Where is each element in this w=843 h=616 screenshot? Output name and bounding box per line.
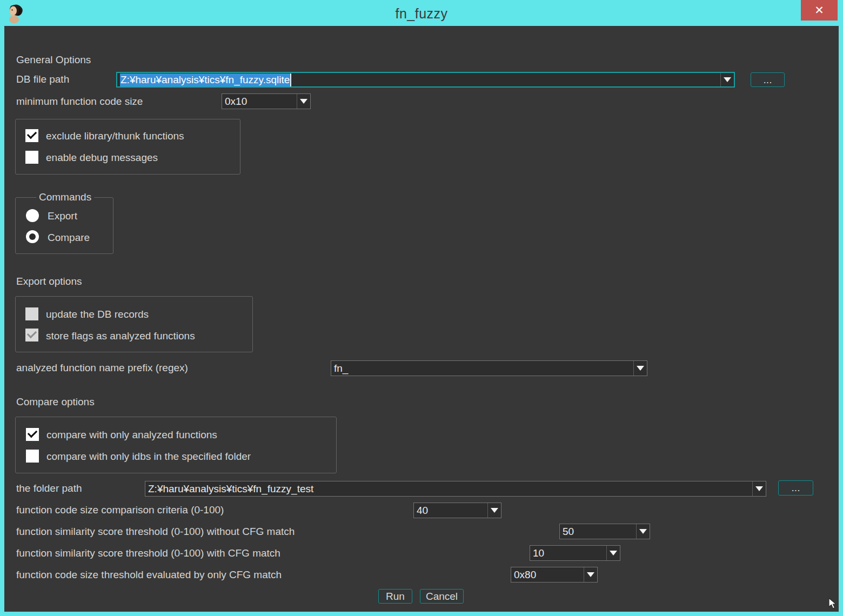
folder-browse-button[interactable]: ... bbox=[778, 480, 813, 496]
db-file-path-combo[interactable]: Z:¥haru¥analysis¥tics¥fn_fuzzy.sqlite bbox=[116, 72, 735, 88]
sim-without-cfg-label: function similarity score threshold (0-1… bbox=[16, 526, 295, 538]
store-flags-label: store flags as analyzed functions bbox=[46, 330, 195, 342]
update-db-checkbox bbox=[25, 307, 38, 320]
prefix-label: analyzed function name prefix (regex) bbox=[16, 362, 188, 374]
sim-without-cfg-combo[interactable]: 50 bbox=[559, 524, 650, 539]
db-file-path-label: DB file path bbox=[16, 73, 69, 85]
run-button[interactable]: Run bbox=[378, 589, 412, 604]
general-options-heading: General Options bbox=[16, 54, 91, 66]
enable-debug-checkbox[interactable] bbox=[25, 151, 38, 164]
only-idbs-label[interactable]: compare with only idbs in the specified … bbox=[46, 451, 251, 463]
close-button[interactable]: ✕ bbox=[801, 0, 838, 21]
db-file-path-value: Z:¥haru¥analysis¥tics¥fn_fuzzy.sqlite bbox=[117, 73, 720, 86]
chevron-down-icon bbox=[637, 366, 644, 371]
commands-group: Commands bbox=[15, 197, 113, 254]
only-analyzed-checkbox[interactable] bbox=[26, 428, 39, 441]
cancel-button[interactable]: Cancel bbox=[420, 589, 464, 604]
sim-with-cfg-combo[interactable]: 10 bbox=[530, 545, 620, 561]
sim-with-cfg-label: function similarity score threshold (0-1… bbox=[16, 547, 280, 559]
export-radio[interactable] bbox=[26, 209, 39, 222]
prefix-combo[interactable]: fn_ bbox=[331, 360, 647, 376]
chevron-down-icon bbox=[639, 529, 647, 534]
min-code-size-value: 0x10 bbox=[222, 94, 297, 109]
chevron-down-icon bbox=[724, 77, 731, 82]
min-code-size-combo[interactable]: 0x10 bbox=[222, 93, 311, 109]
min-code-size-label: minimum function code size bbox=[16, 96, 143, 108]
chevron-down-icon bbox=[587, 572, 594, 577]
prefix-value: fn_ bbox=[331, 361, 633, 376]
db-file-browse-button[interactable]: ... bbox=[751, 72, 785, 87]
folder-path-value: Z:¥haru¥analysis¥tics¥fn_fuzzy_test bbox=[145, 481, 752, 496]
sim-with-cfg-dropdown-button[interactable] bbox=[606, 546, 620, 560]
chevron-down-icon bbox=[491, 508, 498, 513]
db-file-path-dropdown-button[interactable] bbox=[720, 73, 734, 86]
export-options-heading: Export options bbox=[16, 276, 82, 287]
criteria-label: function code size comparison criteria (… bbox=[16, 504, 224, 516]
store-flags-checkbox bbox=[25, 329, 38, 342]
exclude-library-checkbox[interactable] bbox=[25, 129, 38, 142]
min-code-size-dropdown-button[interactable] bbox=[297, 94, 310, 109]
size-cfg-label: function code size threshold evaluated b… bbox=[16, 569, 282, 581]
size-cfg-value: 0x80 bbox=[511, 567, 584, 582]
fn-fuzzy-dialog: General Options DB file path Z:¥haru¥ana… bbox=[4, 26, 839, 612]
compare-options-group bbox=[15, 417, 337, 473]
sim-without-cfg-dropdown-button[interactable] bbox=[636, 524, 650, 539]
size-cfg-dropdown-button[interactable] bbox=[584, 567, 597, 582]
sim-with-cfg-value: 10 bbox=[530, 546, 606, 560]
criteria-combo[interactable]: 40 bbox=[413, 503, 501, 518]
window-title: fn_fuzzy bbox=[0, 6, 843, 22]
titlebar: fn_fuzzy ✕ bbox=[0, 0, 843, 26]
compare-options-heading: Compare options bbox=[16, 396, 95, 408]
prefix-dropdown-button[interactable] bbox=[633, 361, 647, 376]
sim-without-cfg-value: 50 bbox=[560, 524, 636, 539]
folder-path-combo[interactable]: Z:¥haru¥analysis¥tics¥fn_fuzzy_test bbox=[145, 481, 766, 497]
chevron-down-icon bbox=[755, 486, 763, 491]
export-options-group bbox=[15, 296, 253, 352]
general-checkbox-group bbox=[15, 119, 240, 175]
update-db-label: update the DB records bbox=[46, 309, 149, 320]
mouse-cursor-icon bbox=[828, 598, 839, 610]
size-cfg-combo[interactable]: 0x80 bbox=[511, 567, 598, 582]
folder-path-dropdown-button[interactable] bbox=[752, 481, 766, 496]
export-radio-label[interactable]: Export bbox=[48, 210, 77, 222]
chevron-down-icon bbox=[300, 99, 307, 104]
enable-debug-label[interactable]: enable debug messages bbox=[46, 152, 158, 164]
folder-path-label: the folder path bbox=[16, 483, 82, 494]
criteria-value: 40 bbox=[414, 503, 487, 518]
exclude-library-label[interactable]: exclude library/thunk functions bbox=[46, 130, 184, 142]
only-idbs-checkbox[interactable] bbox=[26, 450, 39, 463]
chevron-down-icon bbox=[610, 551, 617, 555]
compare-radio-label[interactable]: Compare bbox=[48, 232, 90, 244]
criteria-dropdown-button[interactable] bbox=[487, 503, 501, 518]
only-analyzed-label[interactable]: compare with only analyzed functions bbox=[46, 429, 217, 441]
compare-radio[interactable] bbox=[26, 230, 39, 243]
commands-group-title: Commands bbox=[36, 191, 94, 203]
close-icon: ✕ bbox=[814, 4, 824, 17]
